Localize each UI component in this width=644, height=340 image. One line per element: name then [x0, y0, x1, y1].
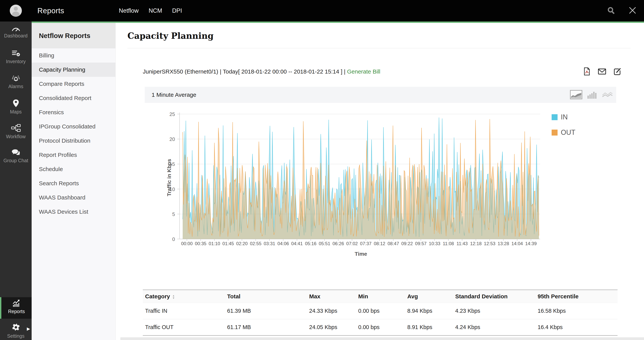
sidebar-item-workflow[interactable]: Workflow — [0, 124, 32, 145]
sidebar-item-group-chat[interactable]: Group Chat — [0, 149, 32, 170]
report-nav-billing[interactable]: Billing — [32, 48, 116, 63]
report-nav-capacity-planning[interactable]: Capacity Planning — [32, 63, 116, 77]
y-tick-label: 25 — [162, 111, 175, 117]
rail-header — [0, 0, 32, 22]
column-header-avg[interactable]: Avg — [407, 290, 455, 303]
sidebar-item-alarms[interactable]: Alarms — [0, 75, 32, 96]
x-axis-ticks: 00:0000:3501:1001:4502:2002:5503:3104:06… — [177, 241, 540, 249]
alarms-icon — [0, 75, 32, 82]
sidebar-item-reports[interactable]: Reports — [0, 297, 32, 319]
row-value: 16.4 Kbps — [538, 319, 618, 335]
legend-item-in[interactable]: IN — [552, 113, 576, 121]
y-tick-label: 15 — [162, 161, 175, 167]
submenu-arrow-icon: ▶ — [27, 326, 30, 331]
chart-section-header: 1 Minute Average — [145, 87, 616, 103]
sidebar-title: Netflow Reports — [32, 23, 116, 48]
top-tabs: NetflowNCMDPI — [119, 0, 182, 22]
row-value: 8.94 Kbps — [407, 303, 455, 319]
report-nav-forensics[interactable]: Forensics — [32, 105, 116, 119]
page-title: Capacity Planning — [128, 31, 214, 41]
report-context-row: JuniperSRX550 (Ethernet0/1) | Today[ 201… — [143, 66, 622, 77]
sidebar-item-inventory[interactable]: Inventory — [0, 50, 32, 71]
row-value: 61.39 MB — [227, 303, 309, 319]
tab-dpi[interactable]: DPI — [172, 7, 182, 14]
row-value: 8.91 Kbps — [407, 319, 455, 335]
y-tick-label: 20 — [162, 136, 175, 142]
legend-swatch — [552, 130, 558, 135]
sort-icon[interactable]: ▲▼ — [172, 294, 175, 299]
series-area-out — [183, 119, 539, 239]
inventory-icon — [0, 50, 32, 57]
row-value: 0.00 bps — [358, 319, 407, 335]
reports-icon — [1, 299, 32, 307]
device-interface-label: JuniperSRX550 (Ethernet0/1) | Today[ 201… — [143, 68, 380, 75]
email-report-icon[interactable] — [598, 67, 606, 77]
row-value: 24.33 Kbps — [309, 303, 358, 319]
row-category: Traffic IN — [143, 303, 227, 319]
y-tick-label: 0 — [162, 236, 175, 242]
sidebar-item-settings[interactable]: Settings▶ — [0, 321, 32, 340]
column-header-max[interactable]: Max — [309, 290, 358, 303]
row-value: 24.05 Kbps — [309, 319, 358, 335]
group-chat-icon — [0, 149, 32, 156]
row-category: Traffic OUT — [143, 319, 227, 335]
sidebar-item-dashboard[interactable]: Dashboard — [0, 25, 32, 46]
column-header-standard-deviation[interactable]: Standard Deviation — [455, 290, 538, 303]
edit-report-icon[interactable] — [613, 67, 622, 77]
report-nav-ipgroup-consolidated[interactable]: IPGroup Consolidated — [32, 119, 116, 134]
y-tick-label: 10 — [162, 187, 175, 192]
export-pdf-icon[interactable] — [583, 67, 591, 77]
row-value: 4.24 Kbps — [455, 319, 538, 335]
tab-ncm[interactable]: NCM — [148, 7, 162, 14]
report-nav-compare-reports[interactable]: Compare Reports — [32, 77, 116, 91]
report-nav-report-profiles[interactable]: Report Profiles — [32, 148, 116, 162]
report-nav-search-reports[interactable]: Search Reports — [32, 176, 116, 191]
row-value: 0.00 bps — [358, 303, 407, 319]
chart-type-bar-icon[interactable] — [587, 91, 597, 99]
dashboard-icon — [0, 25, 32, 32]
row-value: 16.58 Kbps — [538, 303, 618, 319]
table-row: Traffic OUT61.17 MB24.05 Kbps0.00 bps8.9… — [143, 319, 618, 335]
y-axis-ticks: 0510152025 — [162, 111, 175, 244]
traffic-stats-table: Category▲▼TotalMaxMinAvgStandard Deviati… — [143, 289, 618, 336]
row-value: 4.23 Kbps — [455, 303, 538, 319]
report-nav-schedule[interactable]: Schedule — [32, 162, 116, 176]
reports-sidebar: Netflow Reports BillingCapacity Planning… — [32, 23, 116, 340]
sidebar-item-maps[interactable]: Maps — [0, 99, 32, 120]
y-tick-label: 5 — [162, 211, 175, 217]
accent-divider — [32, 22, 644, 23]
report-nav-waas-dashboard[interactable]: WAAS Dashboard — [32, 191, 116, 205]
main-content: Capacity Planning JuniperSRX550 (Etherne… — [116, 23, 644, 340]
tab-netflow[interactable]: Netflow — [119, 7, 138, 14]
workflow-icon — [0, 124, 32, 132]
x-tick-label: 14:39 — [522, 241, 540, 246]
traffic-chart — [177, 111, 540, 244]
left-nav-rail: DashboardInventoryAlarmsMapsWorkflowGrou… — [0, 0, 32, 340]
chart-type-line-icon[interactable] — [602, 91, 613, 99]
row-value: 61.17 MB — [227, 319, 309, 335]
app-window: Reports NetflowNCMDPI DashboardInventory… — [0, 0, 644, 340]
report-nav-protocol-distribution[interactable]: Protocol Distribution — [32, 134, 116, 148]
legend-swatch — [552, 114, 558, 120]
report-nav-waas-devices-list[interactable]: WAAS Devices List — [32, 205, 116, 219]
legend-item-out[interactable]: OUT — [552, 128, 576, 136]
search-icon[interactable] — [607, 6, 615, 15]
column-header-min[interactable]: Min — [358, 290, 407, 303]
app-title: Reports — [38, 0, 64, 22]
user-avatar[interactable] — [10, 5, 22, 17]
chart-type-area-icon[interactable] — [570, 90, 582, 99]
generate-bill-link[interactable]: Generate Bill — [347, 68, 380, 75]
maps-icon — [0, 99, 32, 107]
close-icon[interactable] — [629, 7, 636, 15]
report-nav-consolidated-report[interactable]: Consolidated Report — [32, 91, 116, 105]
x-axis-title: Time — [342, 251, 380, 257]
column-header-category[interactable]: Category▲▼ — [143, 290, 227, 303]
column-header-95th-percentile[interactable]: 95th Percentile — [538, 290, 618, 303]
next-section-edge — [120, 337, 644, 340]
top-bar: Reports NetflowNCMDPI — [0, 0, 644, 22]
chart-title: 1 Minute Average — [152, 87, 196, 103]
chart-legend: INOUT — [552, 113, 576, 144]
title-divider — [128, 48, 630, 48]
column-header-total[interactable]: Total — [227, 290, 309, 303]
table-row: Traffic IN61.39 MB24.33 Kbps0.00 bps8.94… — [143, 303, 618, 319]
